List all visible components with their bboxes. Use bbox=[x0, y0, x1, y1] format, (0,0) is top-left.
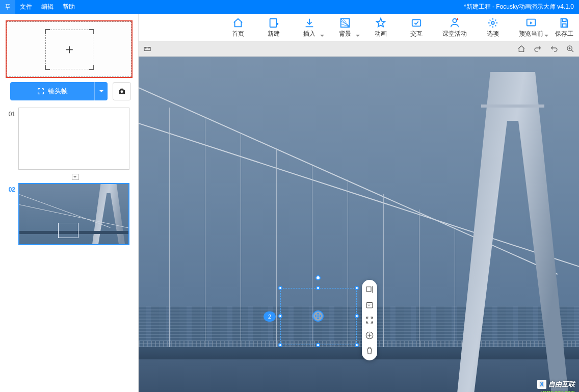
svg-point-4 bbox=[453, 18, 456, 22]
menu-bar: 文件 编辑 帮助 *新建工程 - Focusky动画演示大师 v4.1.0 bbox=[0, 0, 579, 14]
lock-icon[interactable] bbox=[365, 300, 374, 309]
save-icon bbox=[559, 17, 570, 29]
resize-handle[interactable] bbox=[355, 314, 359, 318]
toolbar-interaction[interactable]: 交互 bbox=[399, 14, 434, 42]
preview-icon bbox=[525, 17, 537, 29]
sidebar: ＋ 镜头帧 01 ⏷ 02 bbox=[0, 14, 139, 392]
class-activity-icon bbox=[449, 17, 460, 29]
plus-icon: ＋ bbox=[63, 40, 76, 58]
toolbar-home[interactable]: 首页 bbox=[220, 14, 256, 42]
toolbar-preview[interactable]: 预览当前 bbox=[511, 14, 551, 42]
window-title: *新建工程 - Focusky动画演示大师 v4.1.0 bbox=[464, 0, 574, 14]
toolbar-animation[interactable]: 动画 bbox=[363, 14, 399, 42]
svg-rect-3 bbox=[412, 19, 421, 26]
home-small-icon[interactable] bbox=[517, 44, 526, 54]
interaction-icon bbox=[411, 17, 422, 29]
chevron-down-icon bbox=[356, 35, 360, 39]
slide-list: 01 ⏷ 02 bbox=[0, 106, 138, 252]
replay-icon[interactable] bbox=[365, 285, 374, 294]
svg-rect-1 bbox=[270, 18, 277, 27]
lens-frame-dropdown[interactable] bbox=[94, 82, 108, 100]
redo-icon[interactable] bbox=[533, 44, 542, 54]
menu-file[interactable]: 文件 bbox=[15, 0, 37, 14]
menu-help[interactable]: 帮助 bbox=[58, 0, 80, 14]
snapshot-button[interactable] bbox=[113, 82, 131, 100]
rotate-handle[interactable] bbox=[315, 275, 321, 280]
delete-icon[interactable] bbox=[365, 346, 374, 355]
resize-handle[interactable] bbox=[278, 343, 282, 347]
zoom-in-icon[interactable] bbox=[566, 44, 575, 54]
pin-icon[interactable] bbox=[0, 0, 15, 14]
slide-number: 01 bbox=[6, 108, 15, 118]
canvas[interactable]: 2 X 自由互联 www.xxx.com bbox=[139, 57, 579, 392]
main-toolbar: 首页 新建 插入 背景 动画 交互 bbox=[139, 14, 579, 42]
selection-badge: 2 bbox=[264, 311, 276, 322]
slide-row[interactable]: 01 bbox=[6, 108, 132, 170]
watermark-logo-icon: X bbox=[537, 380, 546, 389]
chevron-down-icon bbox=[320, 35, 324, 39]
resize-handle[interactable] bbox=[316, 286, 320, 290]
slide-row[interactable]: 02 bbox=[6, 183, 132, 245]
menu-edit[interactable]: 编辑 bbox=[37, 0, 58, 14]
slide-thumb-2[interactable] bbox=[18, 183, 129, 245]
background-icon bbox=[339, 17, 351, 29]
resize-handle[interactable] bbox=[316, 343, 320, 347]
toolbar-save[interactable]: 保存工 bbox=[551, 14, 577, 42]
new-frame-slot[interactable]: ＋ bbox=[6, 20, 133, 78]
svg-point-6 bbox=[491, 21, 494, 24]
new-icon bbox=[268, 17, 279, 29]
toolbar-insert[interactable]: 插入 bbox=[292, 14, 327, 42]
insert-icon bbox=[304, 17, 315, 29]
svg-rect-10 bbox=[366, 303, 373, 308]
toolbar-class-activity[interactable]: 课堂活动 bbox=[434, 14, 475, 42]
undo-icon[interactable] bbox=[549, 44, 559, 54]
canvas-subbar bbox=[139, 42, 579, 57]
resize-handle[interactable] bbox=[355, 286, 359, 290]
resize-handle[interactable] bbox=[278, 286, 282, 290]
lens-frame-button[interactable]: 镜头帧 bbox=[10, 82, 108, 100]
slide-number: 02 bbox=[6, 183, 15, 193]
resize-handle[interactable] bbox=[355, 343, 359, 347]
ruler-icon[interactable] bbox=[143, 44, 152, 54]
resize-handle[interactable] bbox=[278, 314, 282, 318]
options-icon bbox=[487, 17, 498, 29]
toolbar-options[interactable]: 选项 bbox=[475, 14, 511, 42]
move-handle[interactable] bbox=[312, 310, 324, 322]
add-icon[interactable] bbox=[365, 331, 374, 340]
lens-frame-label: 镜头帧 bbox=[48, 87, 68, 96]
watermark: X 自由互联 www.xxx.com bbox=[537, 380, 575, 389]
chevron-down-icon bbox=[544, 35, 548, 39]
toolbar-new[interactable]: 新建 bbox=[256, 14, 292, 42]
svg-point-0 bbox=[121, 90, 123, 93]
expand-icon[interactable] bbox=[365, 316, 374, 325]
svg-point-5 bbox=[457, 18, 459, 20]
animation-icon bbox=[375, 17, 386, 29]
toolbar-background[interactable]: 背景 bbox=[327, 14, 363, 42]
slide-thumb-1[interactable] bbox=[18, 108, 129, 170]
selection-box[interactable]: 2 bbox=[280, 288, 357, 345]
home-icon bbox=[232, 17, 244, 29]
transition-icon[interactable]: ⏷ bbox=[72, 174, 79, 180]
context-toolbar bbox=[362, 280, 377, 360]
